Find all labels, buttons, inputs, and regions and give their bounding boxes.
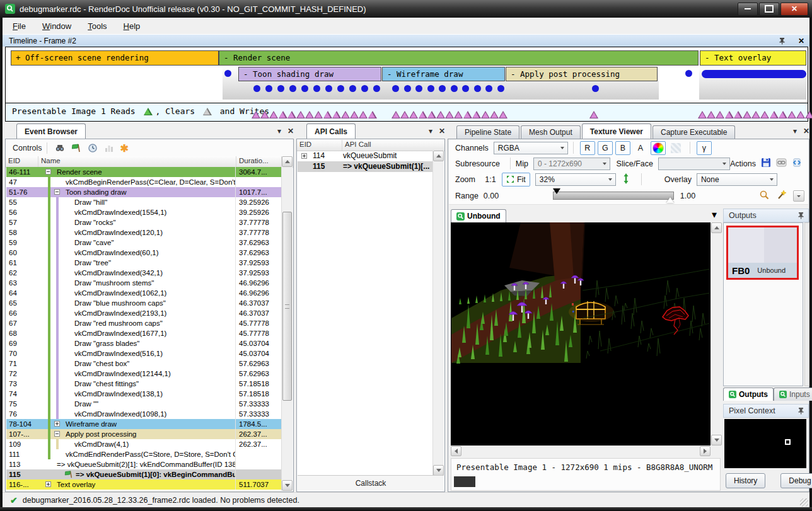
event-row[interactable]: 46-111Render scene3064.7...: [6, 167, 282, 177]
tab-inputs[interactable]: Inputs: [774, 388, 812, 401]
tree-expander[interactable]: [54, 189, 60, 195]
tab-event-browser[interactable]: Event Browser: [16, 123, 86, 139]
api-calls-close-icon[interactable]: ✕: [439, 127, 445, 135]
tree-expander[interactable]: [54, 421, 60, 427]
usage-triangle-marker[interactable]: [463, 111, 472, 118]
usage-triangle-marker[interactable]: [472, 111, 481, 118]
channel-green-toggle[interactable]: G: [598, 141, 613, 155]
timeline-event-dot[interactable]: [404, 85, 411, 92]
event-row[interactable]: 47vkCmdBeginRenderPass(C=Clear, D=Clear,…: [6, 177, 282, 187]
event-row[interactable]: 69Draw "grass blades"45.03704: [6, 338, 282, 348]
outputs-scrollbar[interactable]: [804, 222, 809, 386]
zoom-1to1-button[interactable]: 1:1: [482, 173, 499, 187]
menu-item-tools[interactable]: Tools: [81, 20, 113, 33]
pin-icon[interactable]: [779, 37, 786, 45]
tab-pipeline-state[interactable]: Pipeline State: [456, 125, 519, 139]
timeline-marker-bar[interactable]: - Text overlay: [700, 50, 806, 66]
tab-mesh-output[interactable]: Mesh Output: [521, 125, 581, 139]
timeline-event-dot[interactable]: [361, 85, 368, 92]
usage-triangle-marker[interactable]: [770, 111, 779, 118]
usage-triangle-marker[interactable]: [481, 111, 490, 118]
channel-alpha-toggle[interactable]: A: [633, 141, 648, 155]
channel-blue-toggle[interactable]: B: [615, 141, 630, 155]
usage-triangle-marker[interactable]: [716, 111, 724, 118]
usage-triangle-marker[interactable]: [144, 108, 153, 115]
usage-triangle-marker[interactable]: [269, 111, 278, 118]
outputs-header[interactable]: Outputs: [723, 209, 809, 222]
event-row[interactable]: 70vkCmdDrawIndexed(516,1)45.03704: [6, 348, 282, 359]
channel-red-toggle[interactable]: R: [580, 141, 595, 155]
time-events-icon[interactable]: [88, 143, 98, 153]
timeline-event-dot[interactable]: [265, 85, 272, 92]
event-row[interactable]: 57Draw "rocks"37.77778: [6, 217, 282, 227]
usage-triangle-marker[interactable]: [279, 111, 287, 118]
usage-triangle-marker[interactable]: [260, 111, 269, 118]
timeline-event-dot[interactable]: [325, 85, 332, 92]
tab-capture-executable[interactable]: Capture Executable: [652, 125, 735, 139]
timeline-event-dot[interactable]: [277, 85, 284, 92]
timeline-event-dot[interactable]: [373, 85, 380, 92]
timeline-event-dot[interactable]: [224, 70, 231, 77]
timeline-marker-bar[interactable]: + Off-screen scene rendering: [11, 50, 219, 66]
timeline-event-dot[interactable]: [337, 85, 344, 92]
event-browser-menu-icon[interactable]: ▾: [277, 127, 281, 135]
usage-triangle-marker[interactable]: [760, 111, 769, 118]
tab-texture-viewer[interactable]: Texture Viewer: [582, 123, 651, 139]
timeline-event-dot[interactable]: [392, 85, 399, 92]
close-button[interactable]: ✕: [780, 3, 808, 16]
usage-triangle-marker[interactable]: [287, 111, 296, 118]
timeline-event-dot[interactable]: [474, 85, 481, 92]
usage-triangle-marker[interactable]: [305, 111, 314, 118]
usage-triangle-marker[interactable]: [787, 111, 796, 118]
api-calls-menu-icon[interactable]: ▾: [429, 127, 432, 135]
event-row[interactable]: 74vkCmdDrawIndexed(138,1)57.18518: [6, 389, 282, 399]
timeline-event-dot[interactable]: [253, 85, 260, 92]
event-row[interactable]: 56vkCmdDrawIndexed(1554,1)39.25926: [6, 207, 282, 217]
color-wheel-toggle[interactable]: [651, 141, 666, 155]
timeline-panel-header[interactable]: Timeline - Frame #2 ✕: [3, 34, 809, 47]
usage-triangle-marker[interactable]: [203, 108, 212, 115]
timeline-event-dot[interactable]: [289, 85, 296, 92]
menu-item-window[interactable]: Window: [36, 20, 78, 33]
minimize-button[interactable]: [738, 3, 758, 16]
usage-triangle-marker[interactable]: [725, 111, 734, 118]
pin-icon[interactable]: [798, 407, 804, 415]
zoom-fit-button[interactable]: Fit: [502, 173, 530, 187]
timeline-marker-bar[interactable]: - Apply post processing: [506, 67, 658, 81]
usage-triangle-marker[interactable]: [796, 111, 805, 118]
timeline-graph[interactable]: + Off-screen scene rendering- Render sce…: [5, 47, 808, 103]
api-call-row[interactable]: 114vkQueueSubmit: [298, 151, 433, 161]
usage-triangle-marker[interactable]: [400, 111, 409, 118]
tab-current-texture[interactable]: Unbound: [451, 209, 506, 222]
tab-api-calls[interactable]: API Calls: [306, 123, 356, 139]
event-browser-close-icon[interactable]: ✕: [287, 127, 294, 135]
event-row[interactable]: 59Draw "cave"37.62963: [6, 238, 282, 248]
timeline-event-dot[interactable]: [485, 85, 492, 92]
timeline-event-dot[interactable]: [349, 85, 356, 92]
overlay-select[interactable]: None: [697, 173, 777, 186]
event-browser-column-header[interactable]: EID Name Duratio...: [6, 156, 293, 168]
api-call-row[interactable]: 115=> vkQueueSubmit(1)[...: [298, 161, 433, 172]
menu-item-help[interactable]: Help: [117, 20, 147, 33]
range-black-point-handle[interactable]: [553, 188, 560, 194]
maximize-button[interactable]: [759, 3, 779, 16]
event-row[interactable]: 76vkCmdDrawIndexed(1098,1)57.33333: [6, 409, 282, 419]
find-event-icon[interactable]: [55, 143, 65, 153]
usage-triangle-marker[interactable]: [359, 111, 368, 118]
api-calls-scrollbar[interactable]: [432, 151, 444, 476]
usage-triangle-marker[interactable]: [707, 111, 716, 118]
open-link-icon[interactable]: [776, 158, 787, 169]
timeline-marker-bar[interactable]: - Render scene: [219, 50, 699, 66]
event-row[interactable]: 115=> vkQueueSubmit(1)[0]: vkBeginComman…: [6, 469, 282, 479]
pixel-context-header[interactable]: Pixel Context: [723, 404, 809, 418]
usage-triangle-marker[interactable]: [409, 111, 418, 118]
range-slider[interactable]: [553, 192, 674, 200]
timeline-event-dot[interactable]: [451, 85, 458, 92]
event-row[interactable]: 72vkCmdDrawIndexed(12144,1)57.62963: [6, 369, 282, 379]
usage-triangle-marker[interactable]: [368, 111, 377, 118]
usage-triangle-marker[interactable]: [743, 111, 751, 118]
event-row[interactable]: 116-...Text overlay511.7037: [6, 479, 282, 490]
event-row[interactable]: 73Draw "chest fittings"57.18518: [6, 379, 282, 389]
goto-resource-icon[interactable]: [792, 158, 802, 169]
usage-triangle-marker[interactable]: [436, 111, 445, 118]
